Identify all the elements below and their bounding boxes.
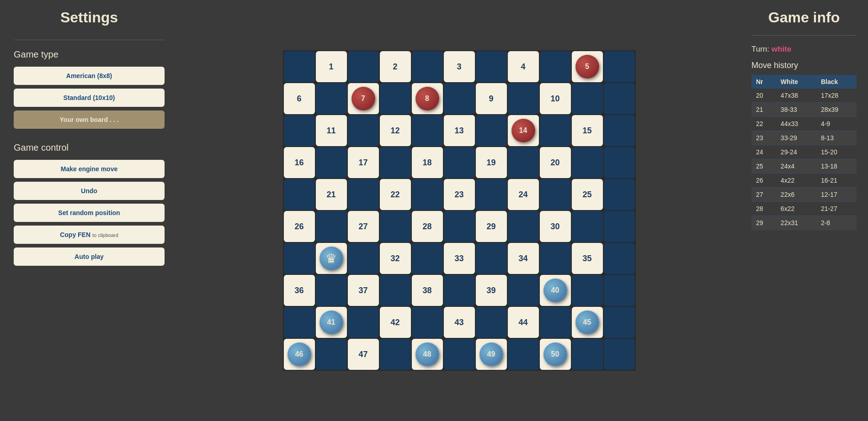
board-cell[interactable]: 4 [508,51,539,82]
board-cell[interactable]: 23 [444,179,475,210]
blue-piece[interactable]: 46 [288,342,311,366]
board-cell[interactable]: 49 [476,339,507,370]
board-cell[interactable]: 17 [348,147,379,178]
board-cell [444,211,475,242]
blue-king-piece[interactable] [320,247,343,270]
board-cell[interactable]: 46 [284,339,315,370]
board-cell[interactable]: 39 [476,275,507,306]
board-cell[interactable]: 43 [444,307,475,338]
board-cell[interactable]: 12 [380,115,411,146]
board-cell [284,51,315,82]
copy-fen-sub-label: to clipboard [92,232,118,238]
blue-piece[interactable]: 45 [575,310,599,334]
red-piece[interactable]: 5 [575,55,599,79]
move-history-title: Move history [751,61,857,70]
cell-number: 42 [390,318,399,327]
board-cell[interactable]: 48 [412,339,443,370]
board-cell [316,83,347,114]
board-cell[interactable]: 24 [508,179,539,210]
board-cell[interactable]: 30 [540,211,571,242]
board-cell[interactable]: 50 [540,339,571,370]
auto-play-button[interactable]: Auto play [14,247,165,266]
move-black: 8-13 [816,131,857,145]
board-cell[interactable]: 27 [348,211,379,242]
board-cell[interactable]: 45 [572,307,603,338]
piece-label: 40 [551,286,559,295]
blue-piece[interactable]: 49 [479,342,503,366]
cell-number: 44 [518,318,527,327]
board-cell [476,51,507,82]
board-cell[interactable]: 34 [508,243,539,274]
board-cell[interactable]: 11 [316,115,347,146]
cell-number: 18 [422,158,431,168]
set-random-button[interactable]: Set random position [14,204,165,222]
board-cell[interactable]: 8 [412,83,443,114]
red-piece[interactable]: 8 [415,87,439,111]
board-cell[interactable]: 2 [380,51,411,82]
board-cell [604,147,635,178]
board-cell[interactable]: 21 [316,179,347,210]
board-cell[interactable]: 33 [444,243,475,274]
make-engine-button[interactable]: Make engine move [14,160,165,178]
board-cell [380,147,411,178]
move-history-scroll[interactable]: Nr White Black 2047x3817x282138-3328x392… [751,75,857,230]
board-cell[interactable]: 25 [572,179,603,210]
board-cell[interactable]: 3 [444,51,475,82]
cell-number: 6 [297,94,301,104]
board-cell [348,307,379,338]
board-cell[interactable]: 44 [508,307,539,338]
board-cell[interactable]: 15 [572,115,603,146]
board-cell[interactable]: 16 [284,147,315,178]
board-cell[interactable]: 18 [412,147,443,178]
board-cell [444,275,475,306]
board-cell [572,275,603,306]
undo-button[interactable]: Undo [14,182,165,200]
game-control-label: Game control [14,142,165,153]
move-nr: 21 [751,103,776,117]
board-cell[interactable]: 1 [316,51,347,82]
copy-fen-button[interactable]: Copy FEN to clipboard [14,226,165,244]
board-cell[interactable]: 42 [380,307,411,338]
board-cell[interactable]: 35 [572,243,603,274]
blue-piece[interactable]: 41 [320,310,343,334]
board-cell[interactable]: 6 [284,83,315,114]
board-cell[interactable]: 20 [540,147,571,178]
board-cell[interactable]: 7 [348,83,379,114]
board-cell[interactable]: 26 [284,211,315,242]
board-cell[interactable]: 14 [508,115,539,146]
red-piece[interactable]: 7 [351,87,375,111]
board-cell[interactable]: 28 [412,211,443,242]
board-cell [412,51,443,82]
board-cell[interactable]: 29 [476,211,507,242]
board-cell[interactable]: 10 [540,83,571,114]
board-cell [284,243,315,274]
board-cell[interactable]: 5 [572,51,603,82]
board-cell[interactable]: 19 [476,147,507,178]
board-cell [572,211,603,242]
board-cell[interactable]: 13 [444,115,475,146]
blue-piece[interactable]: 40 [543,279,567,302]
game-board[interactable]: 1234567891011121314151617181920212223242… [283,50,636,371]
your-own-button[interactable]: Your own board . . . [14,111,165,129]
board-cell[interactable]: 22 [380,179,411,210]
table-row: 2722x612-17 [751,188,857,202]
red-piece[interactable]: 14 [511,119,535,142]
blue-piece[interactable]: 50 [543,342,567,366]
board-cell[interactable]: 9 [476,83,507,114]
standard-button[interactable]: Standard (10x10) [14,89,165,107]
cell-number: 35 [582,254,591,263]
board-cell[interactable]: 38 [412,275,443,306]
board-cell[interactable]: 40 [540,275,571,306]
move-white: 29-24 [776,145,816,159]
turn-value: white [772,45,791,53]
move-black: 17x28 [816,89,857,103]
board-cell[interactable]: 32 [380,243,411,274]
cell-number: 19 [486,158,495,168]
american-button[interactable]: American (8x8) [14,67,165,85]
board-cell[interactable]: 41 [316,307,347,338]
board-cell[interactable] [316,243,347,274]
board-cell[interactable]: 36 [284,275,315,306]
board-cell[interactable]: 37 [348,275,379,306]
board-cell[interactable]: 47 [348,339,379,370]
blue-piece[interactable]: 48 [415,342,439,366]
